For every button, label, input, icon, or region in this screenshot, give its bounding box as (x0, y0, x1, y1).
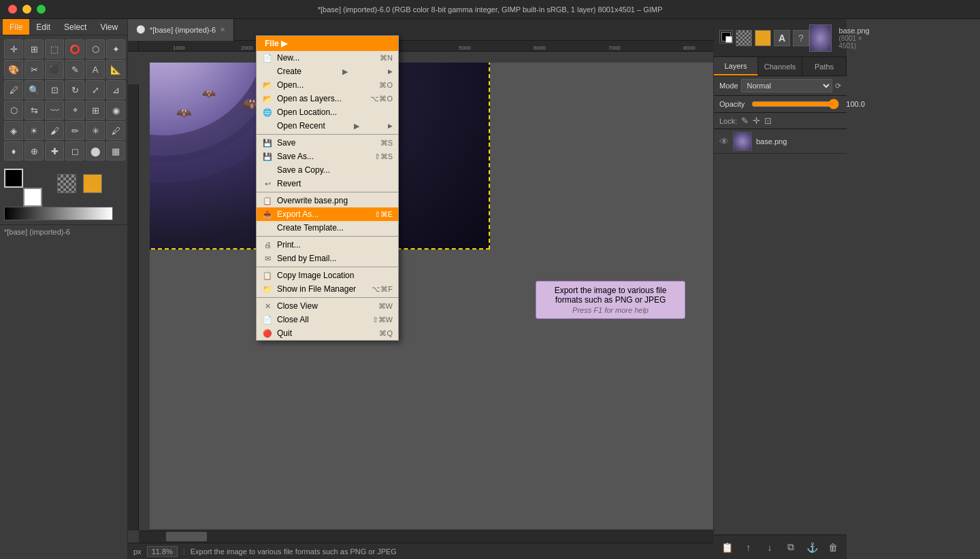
tool-scale[interactable]: ⤢ (86, 80, 105, 99)
tool-gradient[interactable]: ▦ (106, 141, 125, 160)
zoom-control[interactable]: 11.8% (147, 546, 178, 557)
tool-color-picker[interactable]: 🖊 (4, 80, 23, 99)
pattern-preview[interactable] (57, 174, 76, 193)
file-new[interactable]: 📄New... ⌘N (257, 51, 398, 65)
tool-paths[interactable]: ✎ (65, 60, 84, 79)
tool-pencil[interactable]: ✏ (65, 121, 84, 140)
file-new-shortcut: ⌘N (380, 54, 393, 63)
tool-crop[interactable]: ⊡ (45, 80, 64, 99)
window-controls[interactable] (8, 5, 46, 14)
tool-dodge[interactable]: ☀ (24, 121, 44, 140)
close-button[interactable] (8, 5, 17, 14)
tab-channels[interactable]: Channels (758, 57, 802, 75)
file-open-layers-shortcut: ⌥⌘O (370, 95, 393, 103)
file-quit[interactable]: 🔴Quit ⌘Q (257, 326, 398, 340)
tool-rotate[interactable]: ↻ (65, 80, 84, 99)
file-show-manager[interactable]: 📁Show in File Manager ⌥⌘F (257, 282, 398, 296)
menu-view[interactable]: View (93, 19, 125, 35)
file-save[interactable]: 💾Save ⌘S (257, 136, 398, 150)
tool-warp[interactable]: 〰 (45, 101, 64, 120)
icon-pattern[interactable] (736, 30, 752, 46)
tool-mypaint[interactable]: ♦ (4, 141, 23, 160)
gradient-bar[interactable] (4, 207, 113, 220)
layer-visibility-toggle[interactable]: 👁 (719, 136, 729, 147)
tool-clone[interactable]: ⊕ (24, 141, 44, 160)
file-open-layers[interactable]: 📂Open as Layers... ⌥⌘O (257, 92, 398, 105)
new-layer-from-visible[interactable]: 📋 (719, 539, 736, 556)
file-create[interactable]: Create ▶ (257, 65, 398, 78)
tool-perspective[interactable]: ⬡ (4, 101, 23, 120)
file-close-view[interactable]: ✕Close View ⌘W (257, 299, 398, 313)
tool-paint[interactable]: 🖌 (45, 121, 64, 140)
file-send-email[interactable]: ✉Send by Email... (257, 252, 398, 265)
menu-file[interactable]: File (3, 19, 29, 35)
foreground-color-swatch[interactable] (4, 169, 23, 188)
tool-magnify[interactable]: 🔍 (24, 80, 44, 99)
tool-rect-select[interactable]: ⬚ (45, 39, 64, 58)
tab-paths[interactable]: Paths (802, 57, 847, 75)
file-export-as[interactable]: 📤Export As... ⇧⌘E (257, 207, 398, 221)
status-unit: px (133, 547, 142, 556)
menu-image[interactable]: Image (125, 19, 127, 35)
file-save-as[interactable]: 💾Save As... ⇧⌘S (257, 150, 398, 163)
file-create-template[interactable]: Create Template... (257, 221, 398, 235)
lock-alpha-icon[interactable]: ⊡ (764, 116, 772, 126)
file-open-location[interactable]: 🌐Open Location... (257, 105, 398, 119)
tool-sharpen[interactable]: ◈ (4, 121, 23, 140)
tool-foreground[interactable]: ⬛ (45, 60, 64, 79)
layer-item-thumbnail (733, 132, 752, 151)
duplicate-layer[interactable]: ⧉ (783, 539, 799, 556)
mode-select[interactable]: Normal Multiply Screen (741, 79, 832, 92)
menu-select[interactable]: Select (57, 19, 93, 35)
tool-measure[interactable]: 📐 (106, 60, 125, 79)
tool-align[interactable]: ⊞ (24, 39, 44, 58)
layer-item[interactable]: 👁 base.png (714, 129, 847, 154)
tool-fill[interactable]: ⬤ (86, 141, 105, 160)
raise-layer[interactable]: ↑ (740, 539, 757, 556)
lock-paint-icon[interactable]: ✎ (741, 116, 749, 126)
delete-layer[interactable]: 🗑 (825, 539, 841, 556)
opacity-slider[interactable] (751, 99, 839, 109)
icon-help[interactable]: ? (793, 30, 809, 46)
file-close-all[interactable]: 📄Close All ⇧⌘W (257, 313, 398, 326)
file-copy-location[interactable]: 📋Copy Image Location (257, 269, 398, 282)
tool-ellipse-select[interactable]: ⭕ (65, 39, 84, 58)
file-save-copy[interactable]: Save a Copy... (257, 163, 398, 177)
tool-move[interactable]: ✛ (4, 39, 23, 58)
maximize-button[interactable] (37, 5, 46, 14)
canvas-tab-close[interactable]: ✕ (220, 26, 225, 33)
icon-font[interactable]: A (774, 30, 790, 46)
anchor-layer[interactable]: ⚓ (804, 539, 820, 556)
tool-cage[interactable]: ⌖ (65, 101, 84, 120)
minimize-button[interactable] (22, 5, 31, 14)
tool-text[interactable]: A (86, 60, 105, 79)
file-open-recent[interactable]: Open Recent ▶ (257, 119, 398, 133)
lower-layer[interactable]: ↓ (762, 539, 778, 556)
canvas-tab-base[interactable]: ⚪ *[base] (imported)-6 ✕ (128, 19, 234, 41)
tool-unified[interactable]: ⊞ (86, 101, 105, 120)
tool-scissors[interactable]: ✂ (24, 60, 44, 79)
tool-by-color[interactable]: 🎨 (4, 60, 23, 79)
tool-ink[interactable]: 🖊 (106, 121, 125, 140)
tool-free-select[interactable]: ⬡ (86, 39, 105, 58)
tool-heal[interactable]: ✚ (45, 141, 64, 160)
icon-gradient-rt[interactable] (755, 30, 771, 46)
mode-arrows[interactable]: ⟳ (835, 82, 841, 90)
file-print[interactable]: 🖨Print... (257, 238, 398, 252)
hscroll-thumb[interactable] (166, 532, 207, 541)
gradient-preview[interactable] (83, 174, 102, 193)
tool-fuzzy-select[interactable]: ✦ (106, 39, 125, 58)
icon-foreground-color[interactable] (719, 30, 733, 44)
tab-layers[interactable]: Layers (714, 57, 758, 75)
tool-airbrush[interactable]: ✳ (86, 121, 105, 140)
lock-position-icon[interactable]: ✛ (753, 116, 760, 126)
tool-blur[interactable]: ◉ (106, 101, 125, 120)
tool-eraser[interactable]: ◻ (65, 141, 84, 160)
tool-flip[interactable]: ⇆ (24, 101, 44, 120)
background-color-swatch[interactable] (23, 188, 42, 207)
file-open[interactable]: 📂Open... ⌘O (257, 78, 398, 92)
file-revert[interactable]: ↩Revert (257, 177, 398, 190)
tool-shear[interactable]: ⊿ (106, 80, 125, 99)
file-overwrite[interactable]: 📋Overwrite base.png (257, 194, 398, 207)
menu-edit[interactable]: Edit (29, 19, 57, 35)
